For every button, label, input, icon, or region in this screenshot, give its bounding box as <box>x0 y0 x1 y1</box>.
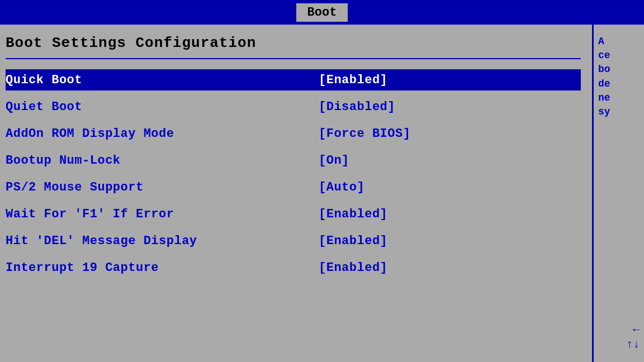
setting-row[interactable]: Interrupt 19 Capture[Enabled] <box>6 257 581 278</box>
setting-value: [Enabled] <box>319 234 387 248</box>
setting-name: Quiet Boot <box>6 100 319 114</box>
setting-value: [Auto] <box>319 180 364 194</box>
left-panel: Boot Settings Configuration Quick Boot[E… <box>0 25 594 362</box>
setting-row[interactable]: Quick Boot[Enabled] <box>6 69 581 90</box>
up-down-arrow-icon: ↑↓ <box>626 337 640 352</box>
left-arrow-icon: ← <box>633 323 640 337</box>
setting-value: [Enabled] <box>319 207 387 221</box>
setting-value: [Enabled] <box>319 261 387 275</box>
bios-screen: Boot Boot Settings Configuration Quick B… <box>0 0 644 362</box>
title-bar-title: Boot <box>296 3 348 22</box>
setting-row[interactable]: AddOn ROM Display Mode[Force BIOS] <box>6 123 581 144</box>
setting-row[interactable]: PS/2 Mouse Support[Auto] <box>6 177 581 198</box>
section-title: Boot Settings Configuration <box>6 35 581 51</box>
setting-row[interactable]: Hit 'DEL' Message Display[Enabled] <box>6 230 581 251</box>
help-text: A ce bo de ne sy <box>598 35 640 119</box>
setting-name: Quick Boot <box>6 73 319 87</box>
setting-value: [Enabled] <box>319 73 387 87</box>
setting-name: Interrupt 19 Capture <box>6 261 319 275</box>
right-panel: A ce bo de ne sy ← ↑↓ <box>594 25 644 362</box>
title-bar: Boot <box>0 0 644 25</box>
setting-value: [On] <box>319 154 349 168</box>
setting-name: Hit 'DEL' Message Display <box>6 234 319 248</box>
main-area: Boot Settings Configuration Quick Boot[E… <box>0 25 644 362</box>
divider <box>6 58 581 59</box>
setting-value: [Force BIOS] <box>319 127 410 141</box>
setting-row[interactable]: Bootup Num-Lock[On] <box>6 150 581 171</box>
settings-table: Quick Boot[Enabled]Quiet Boot[Disabled]A… <box>6 69 581 278</box>
setting-row[interactable]: Quiet Boot[Disabled] <box>6 96 581 117</box>
setting-value: [Disabled] <box>319 100 395 114</box>
setting-name: AddOn ROM Display Mode <box>6 127 319 141</box>
setting-name: Wait For 'F1' If Error <box>6 207 319 221</box>
setting-row[interactable]: Wait For 'F1' If Error[Enabled] <box>6 203 581 225</box>
right-panel-bottom: ← ↑↓ <box>626 323 640 352</box>
setting-name: PS/2 Mouse Support <box>6 180 319 194</box>
setting-name: Bootup Num-Lock <box>6 154 319 168</box>
